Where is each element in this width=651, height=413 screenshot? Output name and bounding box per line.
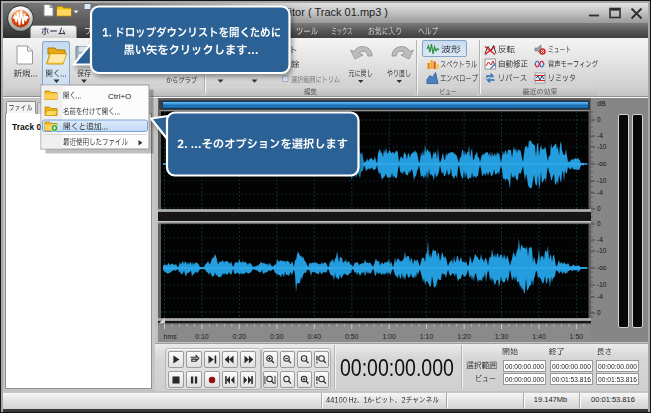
svg-text:0:10: 0:10	[195, 333, 209, 340]
svg-text:1:20: 1:20	[457, 333, 471, 340]
svg-text:0:40: 0:40	[307, 333, 321, 340]
svg-text:1:10: 1:10	[420, 333, 434, 340]
svg-text:1:40: 1:40	[532, 333, 546, 340]
svg-text:1:50: 1:50	[570, 333, 584, 340]
svg-text:0:20: 0:20	[233, 333, 247, 340]
svg-text:0:30: 0:30	[270, 333, 284, 340]
svg-text:0:50: 0:50	[345, 333, 359, 340]
svg-text:1:30: 1:30	[495, 333, 509, 340]
svg-text:1:00: 1:00	[382, 333, 396, 340]
svg-text:Ctrl+O: Ctrl+O	[108, 92, 131, 101]
svg-text:hms: hms	[164, 333, 178, 340]
